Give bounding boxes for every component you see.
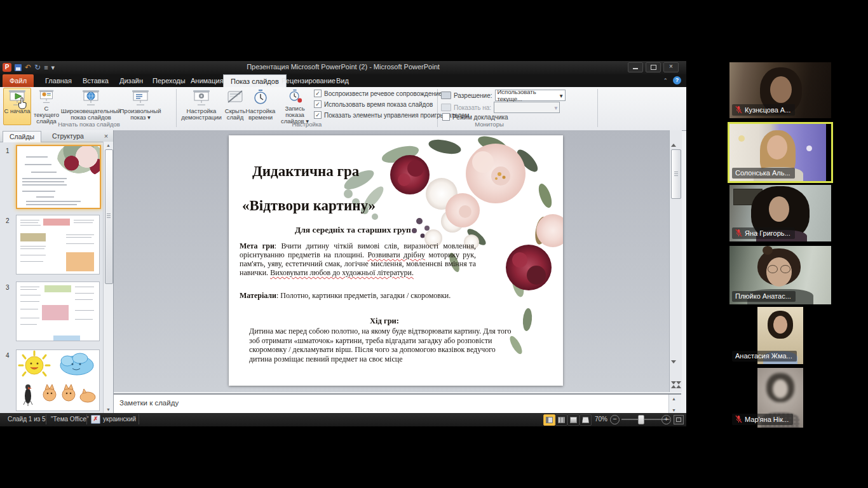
play-narration-label: Воспроизвести речевое сопровождение <box>324 90 442 97</box>
hide-slide-button[interactable]: Скрыть слайд <box>224 88 246 125</box>
group-label-monitors: Мониторы <box>438 121 540 128</box>
close-button[interactable]: × <box>663 62 679 72</box>
colored-box <box>66 252 94 271</box>
help-icon[interactable]: ? <box>673 76 681 85</box>
minimize-button[interactable] <box>628 62 643 72</box>
broadcast-slideshow-button[interactable]: Широковещательный показ слайдов <box>63 88 119 125</box>
scroll-up-button[interactable] <box>671 130 680 141</box>
participant-name: Анастасия Жма... <box>735 352 792 360</box>
status-bar: Слайд 1 из 5 "Тема Office" ✗ украинский … <box>0 413 686 426</box>
broadcast-label: Широковещательный показ слайдов <box>61 108 121 121</box>
thumbnail-flowers <box>57 145 101 178</box>
theme-name: "Тема Office" <box>51 416 88 423</box>
slide-thumbnail-3[interactable] <box>16 281 100 341</box>
zoom-in-button[interactable]: + <box>661 415 671 424</box>
participant-name: Мар'яна Нік... <box>745 416 789 423</box>
notes-pane[interactable]: Заметки к слайду ▲ ▼ <box>114 393 681 414</box>
checkbox-play-narration[interactable]: ✓ Воспроизвести речевое сопровождение <box>314 90 442 97</box>
tab-insert[interactable]: Вставка <box>76 74 116 87</box>
window-title: Презентация Microsoft PowerPoint (2) - M… <box>0 63 686 71</box>
slide-sorter-view-button[interactable] <box>555 414 567 426</box>
resolution-value: Использовать текуще... <box>498 88 560 102</box>
colored-box <box>20 233 46 241</box>
scroll-down-icon[interactable]: ▼ <box>669 408 679 412</box>
tab-home[interactable]: Главная <box>38 74 79 87</box>
chevron-down-icon: ▾ <box>560 92 563 99</box>
thumbnails-scrollbar[interactable]: ▲ ▼ <box>103 142 113 413</box>
scroll-up-icon[interactable]: ▲ <box>104 143 113 147</box>
language-indicator[interactable]: украинский <box>103 416 136 423</box>
checkbox-use-timings[interactable]: ✓ Использовать время показа слайдов <box>314 100 433 108</box>
close-panel-icon[interactable]: × <box>102 132 111 140</box>
checkbox-unchecked-icon <box>442 113 450 121</box>
tab-view[interactable]: Вид <box>329 74 356 87</box>
mic-muted-icon <box>735 105 742 114</box>
hidden-slide-icon <box>225 89 245 107</box>
from-current-slide-button[interactable]: С текущего слайда <box>31 88 62 125</box>
tab-file[interactable]: Файл <box>3 74 34 87</box>
normal-view-button[interactable] <box>543 414 555 426</box>
video-tile-4[interactable]: Плюйко Анатас... <box>729 246 831 304</box>
slide-thumbnail-2[interactable] <box>16 215 100 274</box>
show-on-icon <box>441 104 451 111</box>
colored-box <box>44 285 71 292</box>
video-tile-1[interactable]: Кузнєцова А... <box>729 62 831 118</box>
slide-subtitle: Для середніх та старших груп <box>295 225 411 235</box>
show-on-label: Показать на: <box>454 104 491 111</box>
slide-number: 2 <box>6 217 10 224</box>
slide-materials-line: Матеріали: Полотно, картинки предметів, … <box>240 291 494 301</box>
fit-to-window-button[interactable] <box>674 415 684 424</box>
setup-show-label: Настройка демонстрации <box>179 108 224 121</box>
editor-scrollbar[interactable] <box>669 130 682 392</box>
video-tile-5[interactable]: Анастасия Жма... <box>729 307 831 364</box>
record-slideshow-button[interactable]: Запись показа слайдов ▾ <box>275 88 315 125</box>
slide-title-2: «Відтвори картину» <box>242 198 376 214</box>
scroll-down-button[interactable] <box>671 361 680 372</box>
title-bar: P ↶ ↻ ≡ ▾ Презентация Microsoft PowerPoi… <box>0 61 686 75</box>
slide-thumbnail-4[interactable] <box>16 349 100 411</box>
slide-title: Дидактична гра <box>252 163 359 180</box>
slide-counter: Слайд 1 из 5 <box>8 416 46 423</box>
slide-number: 1 <box>6 147 10 154</box>
video-tile-3[interactable]: Яна Григорь... <box>729 185 831 241</box>
scrollbar-thumb[interactable] <box>671 149 681 199</box>
screen-chart-icon <box>36 89 57 104</box>
reading-view-button[interactable] <box>567 414 580 426</box>
tab-outline[interactable]: Структура <box>46 131 90 142</box>
colored-box <box>42 305 69 320</box>
mic-muted-icon <box>735 415 742 423</box>
restore-button[interactable] <box>646 62 661 72</box>
slideshow-view-button[interactable] <box>580 414 592 426</box>
rehearse-timings-button[interactable]: Настройка времени <box>247 88 275 125</box>
notes-scrollbar[interactable]: ▲ ▼ <box>668 395 681 414</box>
ribbon: С начала С текущего слайда <box>0 87 686 131</box>
zoom-out-button[interactable]: − <box>610 415 620 424</box>
checkbox-checked-icon: ✓ <box>314 111 322 119</box>
video-tile-6[interactable]: Мар'яна Нік... <box>729 368 831 428</box>
sun-cloud-animals-art <box>17 350 98 409</box>
minimize-ribbon-icon[interactable]: ⌃ <box>663 78 668 84</box>
scroll-up-icon[interactable]: ▲ <box>669 396 679 401</box>
slide-thumbnail-1[interactable] <box>16 145 101 209</box>
zoom-slider-thumb[interactable] <box>638 415 644 424</box>
slide-flow-heading: Хід гри: <box>248 316 521 326</box>
tab-slides[interactable]: Слайды <box>3 131 41 142</box>
participant-name: Кузнєцова А... <box>745 106 790 114</box>
colored-box <box>43 219 70 226</box>
video-tile-2-active-speaker[interactable]: Солонська Аль... <box>729 124 831 181</box>
zoom-level[interactable]: 70% <box>595 416 607 423</box>
checkbox-presenter-view[interactable]: Режим докладчика <box>442 113 508 121</box>
slide-goal-paragraph: Мета гри: Вчити дитину чіткій вимові слі… <box>240 241 476 277</box>
presenter-view-label: Режим докладчика <box>452 114 508 121</box>
next-slide-button[interactable] <box>671 382 680 393</box>
setup-slideshow-button[interactable]: Настройка демонстрации <box>179 88 224 125</box>
resolution-dropdown[interactable]: Использовать текуще... ▾ <box>495 90 566 101</box>
use-timings-label: Использовать время показа слайдов <box>324 101 433 108</box>
spellcheck-icon[interactable]: ✗ <box>91 415 100 424</box>
participant-name: Плюйко Анатас... <box>735 292 791 300</box>
custom-slideshow-button[interactable]: Произвольный показ ▾ <box>120 88 161 125</box>
participant-name: Яна Григорь... <box>745 229 790 237</box>
scroll-down-icon[interactable]: ▼ <box>104 407 113 412</box>
current-slide[interactable]: Дидактична гра «Відтвори картину» Для се… <box>229 135 563 386</box>
tab-design[interactable]: Дизайн <box>112 74 150 87</box>
